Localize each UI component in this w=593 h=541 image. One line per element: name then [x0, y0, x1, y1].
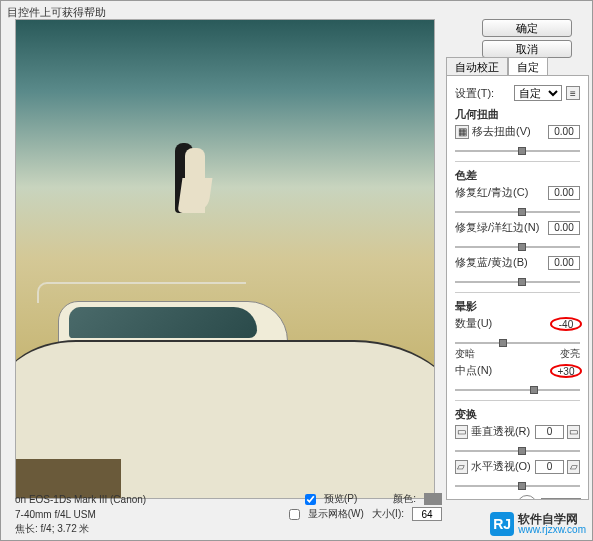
gm-value[interactable]: 0.00: [548, 221, 580, 235]
footer: on EOS-1Ds Mark III (Canon) 预览(P) 颜色: 7-…: [15, 492, 442, 536]
focal-info: 焦长: f/4; 3.72 米: [15, 522, 89, 536]
color-label: 颜色:: [393, 492, 416, 506]
midpoint-label: 中点(N): [455, 363, 513, 378]
settings-menu-icon[interactable]: ≡: [566, 86, 580, 100]
horiz-slider[interactable]: [455, 480, 580, 492]
vert-slider[interactable]: [455, 445, 580, 457]
boat-illustration: [16, 235, 434, 498]
rc-label: 修复红/青边(C): [455, 185, 513, 200]
angle-dial[interactable]: [517, 495, 537, 500]
watermark-logo: RJ: [490, 512, 514, 536]
remove-distortion-label: 移去扭曲(V): [472, 124, 530, 139]
midpoint-value[interactable]: +30: [550, 364, 582, 378]
tab-auto[interactable]: 自动校正: [446, 57, 508, 77]
lens-info: 7-40mm f/4L USM: [15, 509, 96, 520]
help-text: 目控件上可获得帮助: [7, 5, 106, 20]
brighten-label: 变亮: [560, 347, 580, 361]
image-preview: [15, 19, 435, 499]
by-label: 修复蓝/黄边(B): [455, 255, 513, 270]
preview-canvas[interactable]: [16, 20, 434, 498]
angle-value[interactable]: 0.00: [541, 498, 581, 500]
chroma-title: 色差: [455, 168, 580, 183]
amount-slider[interactable]: [455, 337, 580, 349]
vert-label: 垂直透视(R): [471, 424, 529, 439]
angle-label: 角度(A):: [455, 498, 513, 501]
cancel-button[interactable]: 取消: [482, 40, 572, 58]
dialog-window: 目控件上可获得帮助 确定 取消 自动校正 自定 设置(T): 自定 ≡: [0, 0, 593, 541]
settings-label: 设置(T):: [455, 86, 510, 101]
remove-distortion-slider[interactable]: [455, 145, 580, 157]
horiz-icon[interactable]: ▱: [455, 460, 468, 474]
horiz-label: 水平透视(O): [471, 459, 529, 474]
settings-panel: 设置(T): 自定 ≡ 几何扭曲 ▦ 移去扭曲(V) 0.00 色差 修复红/青…: [446, 75, 589, 500]
grid-checkbox[interactable]: [289, 509, 300, 520]
size-label: 大小(I):: [372, 507, 404, 521]
horiz-icon2[interactable]: ▱: [567, 460, 580, 474]
gm-slider[interactable]: [455, 241, 580, 253]
gm-label: 修复绿/洋红边(N): [455, 220, 513, 235]
vert-value[interactable]: 0: [535, 425, 564, 439]
watermark: RJ 软件自学网 www.rjzxw.com: [490, 512, 586, 536]
tab-custom[interactable]: 自定: [508, 57, 548, 77]
camera-info: on EOS-1Ds Mark III (Canon): [15, 494, 146, 505]
remove-distortion-value[interactable]: 0.00: [548, 125, 580, 139]
rc-slider[interactable]: [455, 206, 580, 218]
vert-icon[interactable]: ▭: [455, 425, 468, 439]
vert-icon2[interactable]: ▭: [567, 425, 580, 439]
color-swatch[interactable]: [424, 493, 442, 505]
amount-value[interactable]: -40: [550, 317, 582, 331]
darken-label: 变暗: [455, 347, 475, 361]
amount-label: 数量(U): [455, 316, 513, 331]
by-value[interactable]: 0.00: [548, 256, 580, 270]
transform-title: 变换: [455, 407, 580, 422]
horiz-value[interactable]: 0: [535, 460, 564, 474]
ok-button[interactable]: 确定: [482, 19, 572, 37]
grid-label: 显示网格(W): [308, 507, 364, 521]
preview-checkbox[interactable]: [305, 494, 316, 505]
geo-title: 几何扭曲: [455, 107, 580, 122]
grid-icon[interactable]: ▦: [455, 125, 469, 139]
vignette-title: 晕影: [455, 299, 580, 314]
dialog-buttons: 确定 取消: [482, 19, 572, 58]
preview-label: 预览(P): [324, 492, 357, 506]
settings-select[interactable]: 自定: [514, 85, 562, 101]
size-value[interactable]: [412, 507, 442, 521]
midpoint-slider[interactable]: [455, 384, 580, 396]
rc-value[interactable]: 0.00: [548, 186, 580, 200]
watermark-en: www.rjzxw.com: [518, 525, 586, 535]
by-slider[interactable]: [455, 276, 580, 288]
